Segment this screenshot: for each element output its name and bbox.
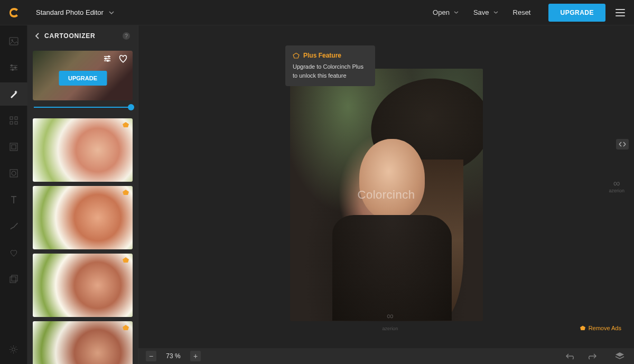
open-label: Open <box>433 8 450 16</box>
reset-label: Reset <box>513 8 531 16</box>
save-label: Save <box>473 8 489 16</box>
infinity-icon: ∞ <box>609 179 624 188</box>
svg-point-4 <box>12 69 14 71</box>
effect-thumb-1[interactable] <box>33 118 133 182</box>
svg-rect-5 <box>10 117 13 119</box>
layers-tool-icon[interactable] <box>8 274 19 284</box>
plus-badge-icon <box>122 189 129 195</box>
open-menu[interactable]: Open <box>425 4 466 21</box>
svg-point-3 <box>14 67 16 69</box>
plus-badge-icon <box>122 122 129 128</box>
plus-badge-icon <box>122 257 129 263</box>
selected-effect-card: UPGRADE <box>33 51 133 100</box>
expand-panel-icon[interactable] <box>616 139 629 150</box>
back-chevron-icon[interactable] <box>35 33 39 39</box>
app-title-dropdown[interactable]: Standard Photo Editor <box>36 8 114 16</box>
diamond-icon <box>293 53 300 59</box>
tooltip-title-text: Plus Feature <box>303 52 341 59</box>
infinity-icon: ∞ <box>383 311 398 321</box>
svg-point-1 <box>11 40 13 41</box>
svg-rect-9 <box>10 143 17 151</box>
favorite-icon[interactable] <box>118 54 128 63</box>
watermark-text: Colorcinch <box>358 188 415 202</box>
help-icon[interactable]: ? <box>122 32 130 40</box>
ad-brand-logo-bottom: ∞ azerion <box>383 311 398 331</box>
svg-text:?: ? <box>125 33 128 39</box>
svg-rect-13 <box>10 277 16 283</box>
svg-rect-0 <box>10 38 18 45</box>
effects-panel: CARTOONIZER ? UPGRADE <box>27 25 138 364</box>
canvas-area: Colorcinch Plus Feature Upgrade to Color… <box>138 25 634 364</box>
zoom-value: 73 % <box>163 352 184 360</box>
reset-button[interactable]: Reset <box>506 4 538 21</box>
tool-rail <box>0 25 27 364</box>
app-logo[interactable] <box>8 7 20 18</box>
magic-tool-icon[interactable] <box>0 82 27 106</box>
app-title-label: Standard Photo Editor <box>36 8 104 16</box>
intensity-slider[interactable] <box>34 104 132 111</box>
svg-rect-7 <box>10 122 13 124</box>
svg-rect-8 <box>15 122 17 124</box>
chevron-down-icon <box>109 11 114 14</box>
grid-tool-icon[interactable] <box>8 115 19 126</box>
text-tool-icon[interactable] <box>8 194 19 205</box>
effect-thumb-4[interactable] <box>33 321 133 364</box>
svg-rect-11 <box>10 170 17 177</box>
remove-ads-link-1[interactable]: Remove Ads <box>580 325 621 331</box>
tooltip-body-text: Upgrade to Colorcinch Plus to unlock thi… <box>293 62 368 80</box>
svg-rect-10 <box>12 145 16 149</box>
plus-feature-tooltip: Plus Feature Upgrade to Colorcinch Plus … <box>285 45 375 86</box>
bottom-bar: − 73 % + <box>138 348 634 364</box>
chevron-down-icon <box>493 11 498 14</box>
svg-point-2 <box>11 64 13 67</box>
hamburger-icon[interactable] <box>615 8 626 17</box>
layers-icon[interactable] <box>613 352 627 360</box>
settings-tool-icon[interactable] <box>8 344 19 354</box>
undo-icon[interactable] <box>563 352 578 360</box>
save-menu[interactable]: Save <box>466 4 506 21</box>
plus-badge-icon <box>122 324 129 331</box>
svg-point-12 <box>12 171 16 175</box>
svg-point-19 <box>105 58 107 60</box>
chevron-down-icon <box>454 11 459 14</box>
svg-rect-6 <box>15 117 17 119</box>
effect-thumb-3[interactable] <box>33 254 133 317</box>
svg-point-20 <box>107 60 109 62</box>
zoom-out-button[interactable]: − <box>146 351 156 361</box>
image-tool-icon[interactable] <box>8 36 19 46</box>
svg-point-18 <box>108 55 110 58</box>
ad-brand-logo-side: ∞ azerion <box>609 179 624 193</box>
panel-title: CARTOONIZER <box>44 32 122 40</box>
effect-upgrade-button[interactable]: UPGRADE <box>59 71 107 86</box>
upgrade-button[interactable]: UPGRADE <box>548 4 605 22</box>
effect-settings-icon[interactable] <box>103 55 113 62</box>
draw-tool-icon[interactable] <box>8 221 19 231</box>
sliders-tool-icon[interactable] <box>8 62 19 73</box>
svg-rect-14 <box>12 275 17 281</box>
frame-tool-icon[interactable] <box>8 142 19 152</box>
canvas-image[interactable]: Colorcinch <box>290 69 483 321</box>
effect-thumb-2[interactable] <box>33 186 133 249</box>
zoom-in-button[interactable]: + <box>190 351 201 361</box>
redo-icon[interactable] <box>584 352 599 360</box>
diamond-icon <box>580 325 586 331</box>
heart-tool-icon[interactable] <box>8 247 19 258</box>
mask-tool-icon[interactable] <box>8 168 19 179</box>
svg-point-15 <box>12 348 15 351</box>
